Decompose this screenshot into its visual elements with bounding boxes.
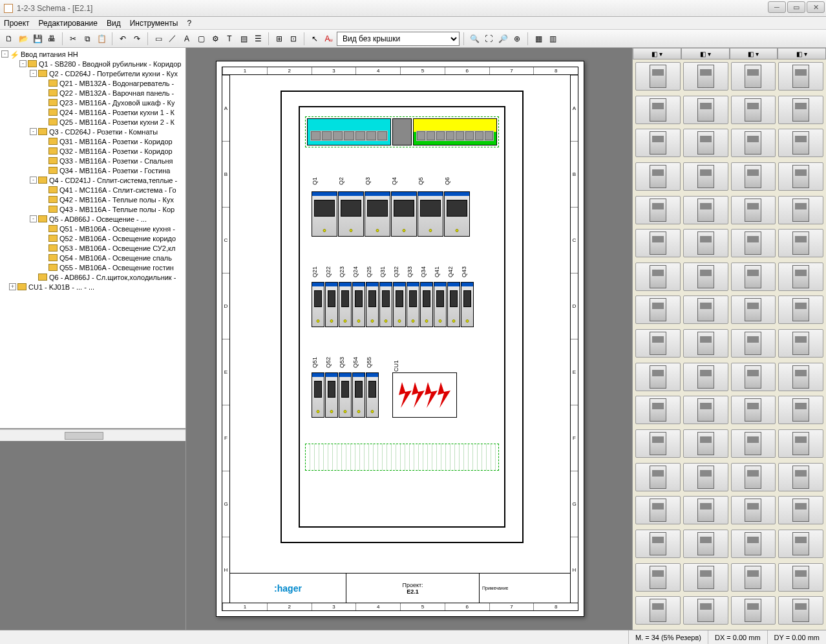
new-button[interactable]: 🗋 xyxy=(3,32,16,45)
open-button[interactable]: 📂 xyxy=(17,32,30,45)
tree-item[interactable]: Q51 - MB106A - Освещение кухня - xyxy=(1,224,184,233)
tree-item[interactable]: Q43 - MB116A - Теплые полы - Кор xyxy=(1,204,184,214)
breaker-Q33[interactable] xyxy=(407,282,419,327)
breaker-Q51[interactable] xyxy=(312,372,324,418)
minimize-button[interactable]: ─ xyxy=(768,1,786,13)
tree-item[interactable]: Q24 - MB116A - Розетки кухни 1 - К xyxy=(1,107,184,117)
breaker-Q1[interactable] xyxy=(312,191,337,237)
palette-item[interactable] xyxy=(778,263,823,291)
palette-item[interactable] xyxy=(731,563,776,592)
tree-item[interactable]: Q54 - MB106A - Освещение спаль xyxy=(1,253,184,263)
palette-item[interactable] xyxy=(731,496,776,524)
palette-sort-1[interactable]: ◧ ▾ xyxy=(633,48,681,59)
redo-button[interactable]: ↷ xyxy=(131,32,143,45)
palette-item[interactable] xyxy=(635,496,681,524)
tool-grid-icon[interactable]: ⊞ xyxy=(273,32,286,45)
palette-item[interactable] xyxy=(635,62,681,91)
palette-item[interactable] xyxy=(778,563,823,592)
palette-item[interactable] xyxy=(683,96,728,124)
surge-protector-cu1[interactable]: CU1 xyxy=(392,372,457,418)
palette-item[interactable] xyxy=(635,196,681,224)
palette-item[interactable] xyxy=(683,496,728,524)
breaker-Q53[interactable] xyxy=(339,372,352,418)
palette-item[interactable] xyxy=(778,463,823,491)
palette-item[interactable] xyxy=(731,229,776,257)
palette-item[interactable] xyxy=(683,396,728,424)
breaker-Q52[interactable] xyxy=(325,372,338,418)
breaker-Q43[interactable] xyxy=(461,282,474,327)
tree-item[interactable]: Q25 - MB116A - Розетки кухни 2 - К xyxy=(1,117,184,127)
tree-item[interactable]: -Q2 - CD264J - Потребители кухни - Кух xyxy=(1,69,184,78)
breaker-Q41[interactable] xyxy=(434,282,447,327)
menu-project[interactable]: Проект xyxy=(4,19,30,28)
palette-item[interactable] xyxy=(683,530,728,558)
breaker-Q22[interactable] xyxy=(325,282,338,327)
palette-item[interactable] xyxy=(635,530,681,558)
tree-root[interactable]: -⚡Ввод питания НН xyxy=(1,49,184,59)
canvas[interactable]: 12345678 12345678 ABCDEFGH ABCDEFGH xyxy=(186,48,632,630)
palette-item[interactable] xyxy=(683,363,728,391)
close-button[interactable]: ✕ xyxy=(807,1,825,13)
palette-item[interactable] xyxy=(778,363,823,391)
palette-item[interactable] xyxy=(683,429,728,458)
palette-item[interactable] xyxy=(778,596,823,625)
tree-item[interactable]: Q6 - AD866J - Сл.щиток,холодильник - xyxy=(1,272,184,282)
palette-item[interactable] xyxy=(635,162,681,191)
palette-item[interactable] xyxy=(683,229,728,257)
palette-sort-3[interactable]: ◧ ▾ xyxy=(730,48,778,59)
tool-text-icon[interactable]: A xyxy=(180,32,193,45)
paste-button[interactable]: 📋 xyxy=(95,32,108,45)
palette-item[interactable] xyxy=(731,96,776,124)
breaker-Q4[interactable] xyxy=(391,191,417,237)
earth-terminal[interactable] xyxy=(413,118,497,145)
palette-item[interactable] xyxy=(778,329,823,358)
tree-item[interactable]: Q22 - MB132A - Варочная панель - xyxy=(1,88,184,98)
breaker-Q6[interactable] xyxy=(444,191,470,237)
palette-item[interactable] xyxy=(731,263,776,291)
tree-item[interactable]: Q53 - MB106A - Освещение СУ2,кл xyxy=(1,243,184,253)
palette-item[interactable] xyxy=(635,295,681,324)
menu-tools[interactable]: Инструменты xyxy=(130,19,178,28)
palette-item[interactable] xyxy=(635,229,681,257)
tree-item[interactable]: Q34 - MB116A - Розетки - Гостина xyxy=(1,166,184,175)
palette-item[interactable] xyxy=(683,563,728,592)
palette-item[interactable] xyxy=(683,263,728,291)
palette-item[interactable] xyxy=(683,62,728,91)
breaker-Q2[interactable] xyxy=(338,191,364,237)
tool-rect-icon[interactable]: ▢ xyxy=(195,32,207,45)
neutral-terminal[interactable] xyxy=(307,118,391,145)
tool-label-icon[interactable]: T xyxy=(223,32,236,45)
zoom-fit-icon[interactable]: ⛶ xyxy=(482,32,495,45)
palette-item[interactable] xyxy=(683,129,728,157)
terminal-block-row[interactable] xyxy=(305,116,499,147)
menu-help[interactable]: ? xyxy=(187,19,192,28)
tree-item[interactable]: Q55 - MB106A - Освещение гостин xyxy=(1,263,184,272)
palette-item[interactable] xyxy=(683,596,728,625)
palette-item[interactable] xyxy=(731,129,776,157)
breaker-Q5[interactable] xyxy=(418,191,443,237)
breaker-Q21[interactable] xyxy=(312,282,324,327)
maximize-button[interactable]: ▭ xyxy=(787,1,805,13)
palette-item[interactable] xyxy=(635,363,681,391)
palette-item[interactable] xyxy=(635,263,681,291)
palette-item[interactable] xyxy=(778,530,823,558)
breaker-Q24[interactable] xyxy=(352,282,365,327)
palette-item[interactable] xyxy=(683,295,728,324)
tree-item[interactable]: Q23 - MB116A - Духовой шкаф - Ку xyxy=(1,98,184,107)
palette-item[interactable] xyxy=(731,329,776,358)
enclosure-outline[interactable]: Q1Q2Q3Q4Q5Q6 Q21Q22Q23Q24Q25Q31Q32Q33Q34… xyxy=(281,91,524,543)
palette-item[interactable] xyxy=(635,96,681,124)
tool-line-icon[interactable]: ／ xyxy=(166,32,179,45)
palette-item[interactable] xyxy=(635,396,681,424)
breaker-Q3[interactable] xyxy=(365,191,390,237)
breaker-Q31[interactable] xyxy=(379,282,392,327)
palette-item[interactable] xyxy=(731,62,776,91)
tool-text2-icon[interactable]: Aᵤ xyxy=(323,32,335,45)
breaker-Q32[interactable] xyxy=(393,282,406,327)
undo-button[interactable]: ↶ xyxy=(116,32,129,45)
palette-item[interactable] xyxy=(683,329,728,358)
tool-prop-icon[interactable]: ☰ xyxy=(251,32,264,45)
palette-item[interactable] xyxy=(778,129,823,157)
palette-item[interactable] xyxy=(635,329,681,358)
palette-item[interactable] xyxy=(683,463,728,491)
